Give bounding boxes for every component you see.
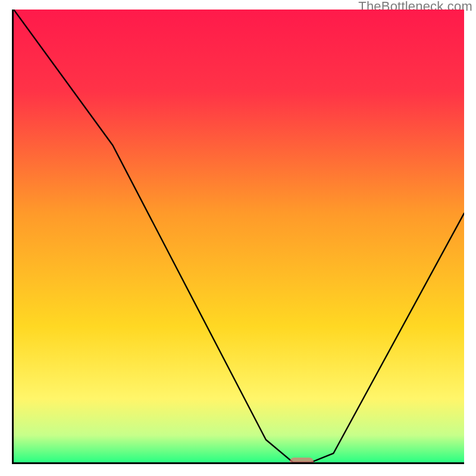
plot-area (14, 10, 464, 462)
x-axis (12, 462, 464, 464)
bottleneck-curve (14, 10, 464, 462)
optimal-marker (290, 458, 314, 462)
